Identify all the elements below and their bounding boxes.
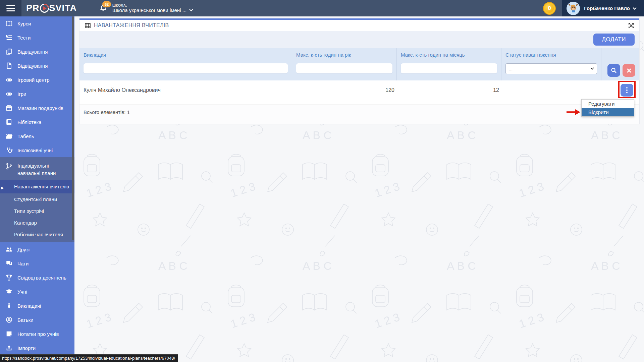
- logo-text-left: PR: [26, 3, 40, 13]
- load-status-cell: [501, 90, 601, 95]
- total-items-label: Всього елементів: 1: [84, 109, 130, 115]
- menu-item-open[interactable]: Відкрити: [582, 108, 634, 116]
- table-row[interactable]: Куліч Михайло Олександрович 120 12: [79, 80, 639, 105]
- hours-month-filter-input[interactable]: [401, 63, 497, 73]
- close-icon: [627, 68, 631, 73]
- sidebar-item-ігри[interactable]: Ігри: [0, 87, 74, 101]
- load-status-select[interactable]: ...: [505, 63, 597, 74]
- teachers-load-panel: НАВАНТАЖЕННЯ ВЧИТЕЛІВ ДОДАТИ Викладач Ма…: [79, 18, 639, 124]
- gamepad-icon: [5, 90, 13, 98]
- filter-cell-hours-year: [292, 62, 396, 80]
- note-icon: [5, 330, 13, 338]
- gift-icon: [5, 104, 13, 112]
- users-icon: [5, 246, 13, 253]
- sidebar-item-нотатки-про-учнів[interactable]: Нотатки про учнів: [0, 327, 74, 341]
- sidebar-item-інклюзивні-учні[interactable]: Інклюзивні учні: [0, 143, 74, 157]
- column-header-hours-year: Макс. к-сть годин на рік: [292, 48, 396, 62]
- trophy-icon: [5, 274, 13, 281]
- stethoscope-icon: [5, 146, 13, 154]
- chevron-down-icon: [189, 9, 193, 11]
- sidebar-item-10[interactable]: Індивідуальні навчальні плани: [0, 159, 74, 180]
- chevron-down-icon: [590, 67, 594, 70]
- school-name: Школа української мови імені ...: [112, 7, 186, 13]
- sidebar-item-імпорти[interactable]: Імпорти: [0, 341, 74, 355]
- sidebar-subitem-навантаження-вчителів[interactable]: ▶Навантаження вчителів: [0, 180, 74, 193]
- row-context-menu: Редагувати Відкрити: [581, 99, 634, 117]
- upload-icon: [5, 344, 13, 352]
- filter-cell-hours-month: [396, 62, 501, 80]
- active-item-caret-icon: ▶: [1, 184, 4, 191]
- notifications-bell[interactable]: 62: [99, 0, 108, 16]
- user-menu[interactable]: Горбаченко Павло: [562, 0, 644, 16]
- sidebar-nav: КурсиТестиВідвідуванняВідвідуванняІгрови…: [0, 16, 74, 362]
- add-button[interactable]: ДОДАТИ: [593, 34, 635, 46]
- expand-arrows-icon: [628, 22, 635, 29]
- filter-cell-status: ...: [501, 62, 601, 80]
- panel-header: НАВАНТАЖЕННЯ ВЧИТЕЛІВ: [79, 20, 639, 31]
- sidebar-item-бібліотека[interactable]: Бібліотека: [0, 115, 74, 129]
- sidebar-item-друзі[interactable]: Друзі: [0, 242, 74, 256]
- sidebar-item-батьки[interactable]: Батьки: [0, 313, 74, 327]
- row-actions-button[interactable]: [621, 84, 633, 97]
- hours-year-cell: 120: [292, 87, 396, 98]
- sidebar-item-свідоцтва-досягнень[interactable]: Свідоцтва досягнень: [0, 270, 74, 285]
- teacher-filter-input[interactable]: [84, 63, 288, 73]
- sidebar-item-викладачі[interactable]: Викладачі: [0, 299, 74, 313]
- sidebar-subitem-типи-зустрічі[interactable]: Типи зустрічі: [0, 205, 74, 217]
- hours-year-filter-input[interactable]: [296, 63, 392, 73]
- column-header-actions: [601, 48, 639, 62]
- sidebar-scrollbar[interactable]: [72, 16, 74, 240]
- folder-icon: [5, 132, 13, 140]
- branch-icon: [5, 163, 13, 170]
- top-bar: PR SVITA 62 ШКОЛА: Школа української мов…: [0, 0, 644, 16]
- book-icon: [5, 118, 13, 126]
- column-header-load-status: Статус навантаження: [501, 48, 601, 62]
- column-header-hours-month: Макс. к-сть годин на місяць: [396, 48, 501, 62]
- school-selector[interactable]: ШКОЛА: Школа української мови імені ...: [112, 0, 193, 16]
- gamepad-icon: [5, 76, 13, 83]
- filter-cell-actions: [601, 62, 639, 80]
- clear-filters-button[interactable]: [623, 64, 635, 77]
- sidebar-item-курси[interactable]: Курси: [0, 16, 74, 31]
- sidebar-item-ігровий-центр[interactable]: Ігровий центр: [0, 73, 74, 87]
- panel-toolbar: ДОДАТИ: [79, 31, 639, 48]
- sidebar-group-individual-plans: Індивідуальні навчальні плани▶Навантажен…: [0, 157, 74, 242]
- table-icon: [85, 23, 91, 28]
- sidebar-item-відвідування[interactable]: Відвідування: [0, 45, 74, 59]
- logo-play-icon: [40, 4, 49, 13]
- teacher-name-cell: Куліч Михайло Олександрович: [79, 87, 292, 98]
- search-icon: [611, 67, 617, 73]
- file-icon: [5, 62, 13, 69]
- sidebar-item-магазин-подарунків[interactable]: Магазин подарунків: [0, 101, 74, 115]
- sidebar-item-тести[interactable]: Тести: [0, 31, 74, 45]
- status-bar-url: https://sandbox.prosvita.net/company/172…: [0, 354, 178, 362]
- list-icon: [5, 34, 13, 41]
- tie-icon: [5, 302, 13, 309]
- user-circle-icon: [5, 316, 13, 323]
- avatar: [567, 2, 580, 15]
- sidebar-item-чати[interactable]: Чати: [0, 256, 74, 270]
- filter-cell-teacher: [79, 62, 292, 80]
- sidebar-subitem-календар[interactable]: Календар: [0, 217, 74, 229]
- chevron-down-icon: [633, 7, 637, 10]
- coins-badge[interactable]: 0: [543, 2, 556, 15]
- sidebar-item-учні[interactable]: Учні: [0, 285, 74, 299]
- menu-item-edit[interactable]: Редагувати: [582, 100, 634, 108]
- notifications-count-badge: 62: [102, 1, 111, 7]
- app-logo[interactable]: PR SVITA: [21, 0, 86, 16]
- sidebar-item-відвідування[interactable]: Відвідування: [0, 59, 74, 73]
- search-button[interactable]: [607, 64, 620, 77]
- expand-panel-button[interactable]: [628, 22, 635, 29]
- column-header-teacher: Викладач: [79, 48, 292, 62]
- table-footer: Всього елементів: 1: [79, 105, 639, 124]
- table-filter-header: Викладач Макс. к-сть годин на рік Макс. …: [79, 48, 639, 80]
- selected-status-value: ...: [509, 66, 513, 71]
- sidebar-subitem-студентські-плани[interactable]: Студентські плани: [0, 193, 74, 205]
- chat-icon: [5, 260, 13, 267]
- sidebar-item-табель[interactable]: Табель: [0, 129, 74, 143]
- menu-toggle-button[interactable]: [0, 0, 21, 16]
- book-open-icon: [5, 20, 13, 27]
- school-label: ШКОЛА:: [112, 4, 193, 7]
- hours-month-cell: 12: [396, 87, 501, 98]
- sidebar-subitem-робочий-час-вчителя[interactable]: Робочий час вчителя: [0, 229, 74, 240]
